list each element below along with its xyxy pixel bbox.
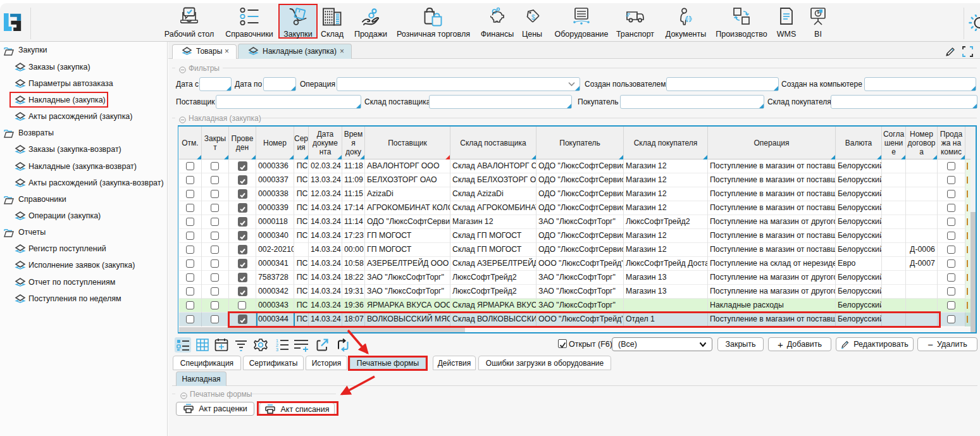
svg-text:3: 3 (276, 347, 278, 352)
svg-text:2: 2 (276, 343, 278, 347)
svg-text:1: 1 (276, 339, 278, 343)
